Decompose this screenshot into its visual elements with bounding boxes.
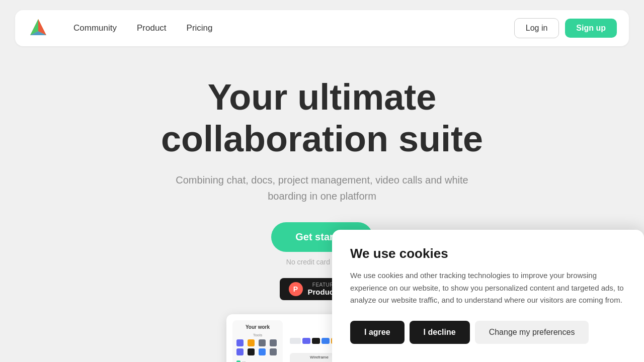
cookie-agree-button[interactable]: I agree (350, 321, 405, 344)
nav-community[interactable]: Community (65, 19, 125, 37)
cookie-preferences-button[interactable]: Change my preferences (475, 321, 589, 344)
hero-subtitle: Combining chat, docs, project management… (171, 172, 473, 204)
hero-title: Your ultimate collaboration suite (10, 76, 634, 160)
cookie-text: We use cookies and other tracking techno… (350, 269, 626, 307)
cookie-decline-button[interactable]: I decline (410, 321, 470, 344)
app-sidebar: Your work Tools Home Folders Acme projec… (232, 320, 283, 362)
login-button[interactable]: Log in (514, 18, 559, 38)
signup-button[interactable]: Sign up (565, 19, 617, 38)
logo[interactable] (27, 17, 49, 39)
ph-icon: P (289, 282, 303, 296)
navbar: Community Product Pricing Log in Sign up (15, 10, 629, 46)
cookie-banner: We use cookies We use cookies and other … (332, 230, 644, 362)
nav-actions: Log in Sign up (514, 18, 617, 38)
cookie-actions: I agree I decline Change my preferences (350, 321, 626, 344)
nav-product[interactable]: Product (129, 19, 175, 37)
nav-pricing[interactable]: Pricing (179, 19, 221, 37)
nav-links: Community Product Pricing (65, 19, 514, 37)
cookie-title: We use cookies (350, 246, 626, 261)
